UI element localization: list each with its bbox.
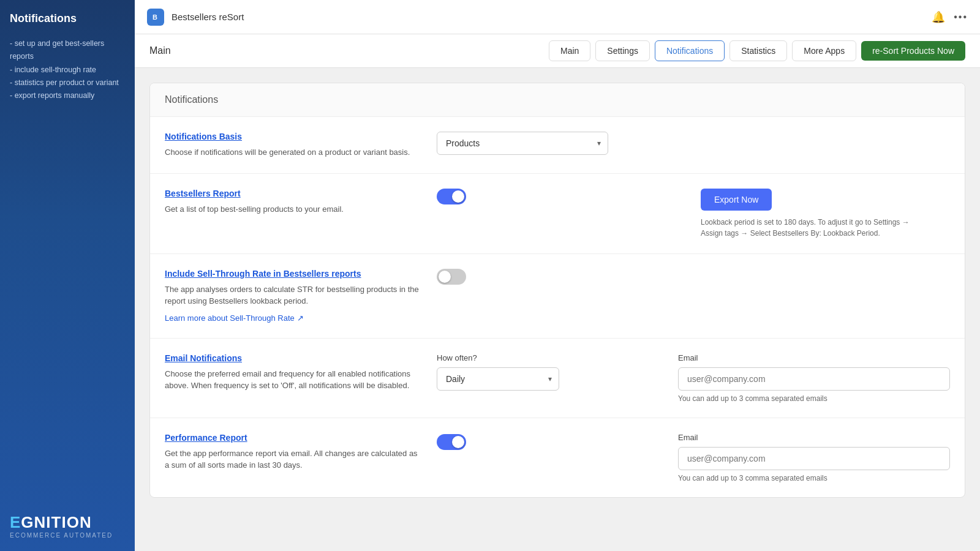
sell-through-toggle-wrap: [437, 269, 950, 285]
sidebar-bottom: EGNITION ECOMMERCE AUTOMATED: [10, 513, 125, 539]
sidebar-title: Notifications: [10, 12, 125, 25]
how-often-label: How often?: [437, 353, 663, 362]
email-notifications-left: Email Notifications Choose the preferred…: [165, 353, 422, 392]
top-bar-icons: 🔔 •••: [932, 10, 968, 24]
bell-icon[interactable]: 🔔: [932, 10, 945, 24]
email-notifications-section: Email Notifications Choose the preferred…: [150, 339, 965, 418]
bestsellers-report-left: Bestsellers Report Get a list of top bes…: [165, 189, 422, 216]
performance-report-left: Performance Report Get the app performan…: [165, 433, 422, 471]
perf-email-input[interactable]: [678, 447, 950, 470]
sell-through-section: Include Sell-Through Rate in Bestsellers…: [150, 254, 965, 339]
toggle-thumb: [439, 271, 451, 283]
notifications-panel: Notifications Notifications Basis Choose…: [149, 83, 965, 498]
egnition-brand: EGNITION: [10, 513, 125, 532]
performance-report-toggle-wrap: [437, 433, 663, 450]
notifications-basis-section: Notifications Basis Choose if notificati…: [150, 117, 965, 174]
bestsellers-report-desc: Get a list of top best-selling products …: [165, 203, 422, 216]
performance-report-title: Performance Report: [165, 433, 422, 443]
performance-report-desc: Get the app performance report via email…: [165, 448, 422, 471]
more-apps-nav-button[interactable]: More Apps: [792, 40, 856, 61]
how-often-dropdown[interactable]: Daily Weekly Off: [437, 367, 559, 391]
performance-report-toggle[interactable]: [437, 434, 466, 450]
toggle-thumb: [452, 436, 464, 448]
email-notifications-frequency: How often? Daily Weekly Off ▾: [437, 353, 663, 391]
how-often-dropdown-wrapper: Daily Weekly Off ▾: [437, 367, 559, 391]
svg-text:B: B: [153, 13, 157, 21]
sidebar-item: - export reports manually: [10, 89, 125, 102]
notifications-basis-center: Products Variants ▾: [437, 132, 950, 155]
statistics-nav-button[interactable]: Statistics: [729, 40, 787, 61]
sell-through-link-text: Learn more about Sell-Through Rate: [165, 313, 295, 323]
toggle-thumb: [452, 190, 464, 203]
email-input[interactable]: [678, 367, 950, 391]
sell-through-title: Include Sell-Through Rate in Bestsellers…: [165, 269, 422, 279]
sell-through-left: Include Sell-Through Rate in Bestsellers…: [165, 269, 422, 323]
external-link-icon: ↗: [297, 313, 304, 323]
notifications-basis-dropdown[interactable]: Products Variants: [437, 132, 608, 155]
egnition-sub: ECOMMERCE AUTOMATED: [10, 532, 125, 539]
perf-email-label: Email: [678, 433, 950, 442]
export-note: Lookback period is set to 180 days. To a…: [701, 217, 921, 239]
email-label: Email: [678, 353, 950, 362]
app-icon: B: [147, 9, 164, 26]
export-now-button[interactable]: Export Now: [701, 189, 772, 211]
sidebar-item: - set up and get best-sellers reports: [10, 37, 125, 64]
bestsellers-report-section: Bestsellers Report Get a list of top bes…: [150, 174, 965, 254]
performance-report-section: Performance Report Get the app performan…: [150, 418, 965, 497]
top-bar: B Bestsellers reSort 🔔 •••: [135, 0, 980, 34]
bestsellers-report-right: Export Now Lookback period is set to 180…: [701, 189, 950, 239]
re-sort-button[interactable]: re-Sort Products Now: [861, 41, 965, 61]
nav-bar: Main Main Settings Notifications Statist…: [135, 34, 980, 68]
email-notifications-title: Email Notifications: [165, 353, 422, 363]
perf-email-hint: You can add up to 3 comma separated emai…: [678, 474, 950, 482]
sell-through-link[interactable]: Learn more about Sell-Through Rate ↗: [165, 313, 304, 323]
main-area: B Bestsellers reSort 🔔 ••• Main Main Set…: [135, 0, 980, 551]
sidebar-item: - statistics per product or variant: [10, 77, 125, 89]
more-icon[interactable]: •••: [954, 12, 968, 23]
email-hint: You can add up to 3 comma separated emai…: [678, 394, 950, 403]
page-title: Main: [149, 45, 171, 56]
notifications-nav-button[interactable]: Notifications: [655, 40, 725, 61]
app-icon-svg: B: [150, 12, 161, 23]
panel-header: Notifications: [150, 83, 965, 117]
email-notifications-desc: Choose the preferred email and frequency…: [165, 368, 422, 392]
email-notifications-inner: Email Notifications Choose the preferred…: [165, 353, 950, 403]
performance-report-email-col: Email You can add up to 3 comma separate…: [678, 433, 950, 482]
bestsellers-report-toggle-wrap: [437, 189, 686, 204]
panel-header-title: Notifications: [165, 94, 218, 105]
bestsellers-report-toggle[interactable]: [437, 189, 466, 204]
sell-through-desc: The app analyses orders to calculate STR…: [165, 283, 422, 307]
products-dropdown-wrapper: Products Variants ▾: [437, 132, 608, 155]
egnition-logo: EGNITION ECOMMERCE AUTOMATED: [10, 513, 125, 539]
app-title: Bestsellers reSort: [172, 12, 924, 22]
sidebar-item: - include sell-through rate: [10, 64, 125, 77]
settings-nav-button[interactable]: Settings: [595, 40, 650, 61]
main-nav-button[interactable]: Main: [549, 40, 590, 61]
email-notifications-email-col: Email You can add up to 3 comma separate…: [678, 353, 950, 403]
sidebar-content: - set up and get best-sellers reports - …: [10, 37, 125, 102]
sidebar: Notifications - set up and get best-sell…: [0, 0, 135, 551]
notifications-basis-left: Notifications Basis Choose if notificati…: [165, 132, 422, 159]
content-area: Notifications Notifications Basis Choose…: [135, 68, 980, 551]
bestsellers-report-title: Bestsellers Report: [165, 189, 422, 198]
sell-through-toggle[interactable]: [437, 269, 466, 285]
notifications-basis-title: Notifications Basis: [165, 132, 422, 141]
notifications-basis-desc: Choose if notifications will be generate…: [165, 146, 422, 159]
